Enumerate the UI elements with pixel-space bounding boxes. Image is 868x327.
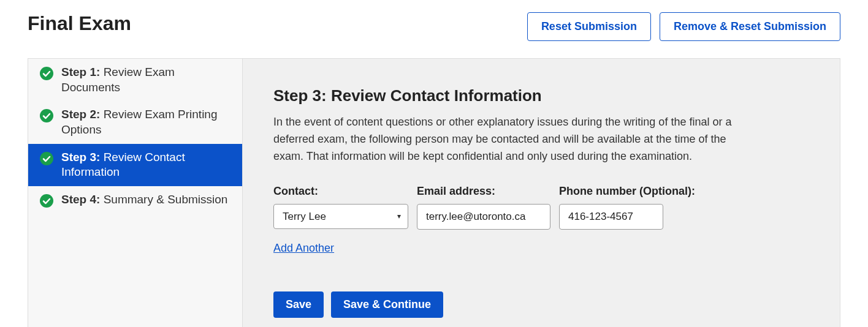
sidebar-item-label: Step 3: Review Contact Information xyxy=(61,150,231,180)
svg-point-1 xyxy=(40,109,53,122)
svg-point-0 xyxy=(40,67,53,80)
sidebar-item-step3[interactable]: Step 3: Review Contact Information xyxy=(28,144,242,186)
content-panel: Step 3: Review Contact Information In th… xyxy=(243,59,840,327)
sidebar-item-step4[interactable]: Step 4: Summary & Submission xyxy=(28,186,242,214)
action-buttons: Save Save & Continue xyxy=(273,291,809,318)
phone-field-group: Phone number (Optional): xyxy=(559,185,695,230)
phone-input[interactable] xyxy=(559,204,663,230)
contact-field-row: Contact: Terry Lee Email address: Phone … xyxy=(273,185,809,230)
save-button[interactable]: Save xyxy=(273,291,324,318)
sidebar: Step 1: Review Exam Documents Step 2: Re… xyxy=(28,59,243,327)
content-title: Step 3: Review Contact Information xyxy=(273,86,809,105)
check-circle-icon xyxy=(39,66,54,81)
email-field-group: Email address: xyxy=(417,185,550,230)
content-description: In the event of content questions or oth… xyxy=(273,114,752,165)
svg-point-3 xyxy=(40,194,53,208)
check-circle-icon xyxy=(39,108,54,123)
contact-field-group: Contact: Terry Lee xyxy=(273,185,408,230)
header: Final Exam Reset Submission Remove & Res… xyxy=(28,12,840,41)
contact-select-wrapper: Terry Lee xyxy=(273,204,408,229)
save-continue-button[interactable]: Save & Continue xyxy=(331,291,443,318)
sidebar-item-label: Step 2: Review Exam Printing Options xyxy=(61,107,231,137)
main-container: Step 1: Review Exam Documents Step 2: Re… xyxy=(28,58,840,327)
sidebar-item-label: Step 1: Review Exam Documents xyxy=(61,65,231,95)
email-input[interactable] xyxy=(417,204,550,230)
remove-reset-submission-button[interactable]: Remove & Reset Submission xyxy=(660,12,840,41)
page-title: Final Exam xyxy=(28,12,131,35)
contact-label: Contact: xyxy=(273,185,408,198)
sidebar-item-label: Step 4: Summary & Submission xyxy=(61,192,227,208)
sidebar-item-step2[interactable]: Step 2: Review Exam Printing Options xyxy=(28,101,242,143)
phone-label: Phone number (Optional): xyxy=(559,185,695,198)
header-buttons: Reset Submission Remove & Reset Submissi… xyxy=(527,12,840,41)
svg-point-2 xyxy=(40,152,53,165)
check-circle-icon xyxy=(39,194,54,208)
add-another-link[interactable]: Add Another xyxy=(273,242,334,255)
check-circle-icon xyxy=(39,151,54,166)
reset-submission-button[interactable]: Reset Submission xyxy=(527,12,651,41)
email-label: Email address: xyxy=(417,185,550,198)
contact-select[interactable]: Terry Lee xyxy=(273,204,408,229)
sidebar-item-step1[interactable]: Step 1: Review Exam Documents xyxy=(28,59,242,101)
